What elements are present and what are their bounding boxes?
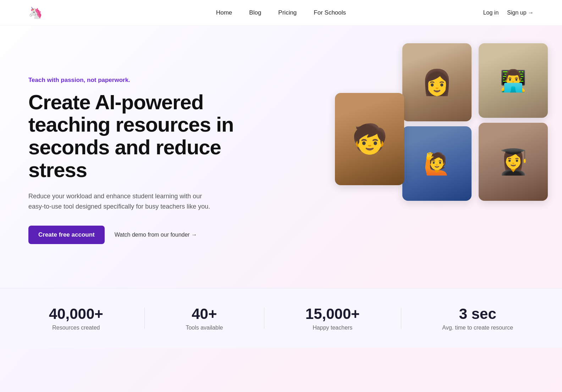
stat-resources-label: Resources created <box>49 325 103 331</box>
nav-blog[interactable]: Blog <box>249 9 261 16</box>
image-column-left <box>402 43 472 201</box>
photo-classroom <box>402 126 472 201</box>
stats-section: 40,000+ Resources created 40+ Tools avai… <box>0 288 562 348</box>
logo[interactable]: 🦄 <box>28 7 43 18</box>
logo-icon: 🦄 <box>28 7 43 18</box>
stat-tools-label: Tools available <box>186 325 223 331</box>
photo-woman-laptop <box>402 43 472 121</box>
stat-divider-3 <box>401 308 401 329</box>
hero-title: Create AI-powered teaching resources in … <box>28 91 241 181</box>
photo-child-container <box>335 93 404 185</box>
stat-divider-1 <box>144 308 145 329</box>
photo-person-notes <box>479 43 548 118</box>
nav-pricing[interactable]: Pricing <box>278 9 297 16</box>
watch-demo-button[interactable]: Watch demo from our founder → <box>115 232 197 238</box>
stat-resources: 40,000+ Resources created <box>49 305 103 331</box>
photo-student-reading <box>479 123 548 201</box>
nav-links: Home Blog Pricing For Schools <box>216 9 346 16</box>
stat-resources-number: 40,000+ <box>49 305 103 322</box>
navbar: 🦄 Home Blog Pricing For Schools Log in S… <box>0 0 562 26</box>
nav-actions: Log in Sign up → <box>483 10 534 16</box>
image-column-right <box>479 43 548 201</box>
hero-tagline: Teach with passion, not paperwork. <box>28 77 241 84</box>
hero-description: Reduce your workload and enhance student… <box>28 191 213 212</box>
stat-teachers-number: 15,000+ <box>305 305 360 322</box>
stat-time-label: Avg. time to create resource <box>442 325 513 331</box>
hero-images <box>363 43 548 277</box>
stat-tools: 40+ Tools available <box>186 305 223 331</box>
stat-time-number: 3 sec <box>442 305 513 322</box>
nav-home[interactable]: Home <box>216 9 232 16</box>
create-account-button[interactable]: Create free account <box>28 226 105 244</box>
signup-button[interactable]: Sign up → <box>507 10 534 16</box>
login-button[interactable]: Log in <box>483 10 499 16</box>
stat-teachers: 15,000+ Happy teachers <box>305 305 360 331</box>
stat-teachers-label: Happy teachers <box>305 325 360 331</box>
nav-for-schools[interactable]: For Schools <box>314 9 346 16</box>
stat-tools-number: 40+ <box>186 305 223 322</box>
photo-child-writing <box>335 93 404 185</box>
hero-actions: Create free account Watch demo from our … <box>28 226 241 244</box>
hero-content: Teach with passion, not paperwork. Creat… <box>28 77 241 244</box>
hero-section: Teach with passion, not paperwork. Creat… <box>0 26 562 288</box>
stat-divider-2 <box>264 308 264 329</box>
stat-time: 3 sec Avg. time to create resource <box>442 305 513 331</box>
